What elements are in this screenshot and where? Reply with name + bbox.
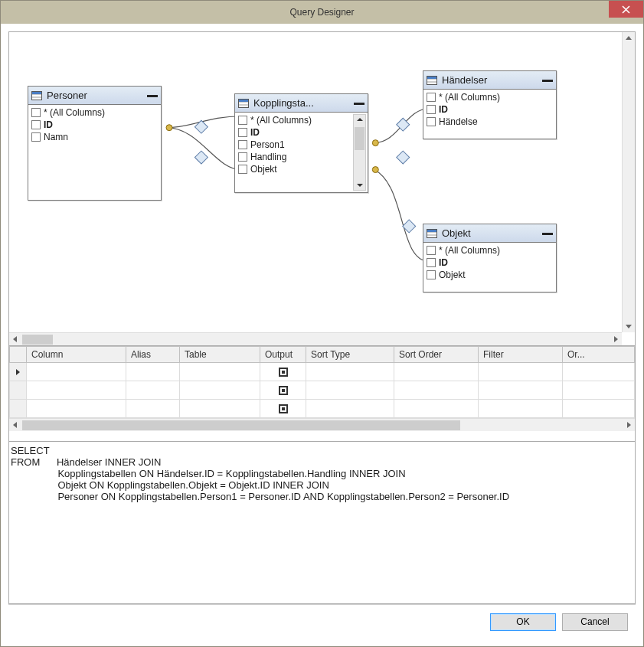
output-checkbox-icon — [279, 404, 288, 413]
column-row[interactable]: Objekt — [237, 163, 352, 175]
table-header-objekt[interactable]: Objekt — [423, 224, 556, 243]
grid-cell-output[interactable] — [260, 400, 306, 418]
table-scrollbar[interactable] — [353, 114, 366, 191]
grid-cell[interactable] — [479, 381, 563, 400]
sql-line: Kopplingstabellen ON Händelser.ID = Kopp… — [11, 468, 406, 479]
column-row[interactable]: ID — [425, 103, 554, 116]
svg-rect-3 — [397, 151, 410, 164]
column-row[interactable]: ID — [425, 257, 554, 269]
diagram-vscrollbar[interactable] — [622, 32, 635, 332]
checkbox-icon[interactable] — [427, 258, 436, 267]
diagram-hscrollbar[interactable] — [9, 332, 622, 345]
grid-cell[interactable] — [27, 381, 126, 400]
grid-header-sort-order[interactable]: Sort Order — [394, 347, 479, 363]
grid-cell[interactable] — [180, 363, 260, 381]
grid-header-column[interactable]: Column — [27, 347, 126, 363]
checkbox-icon[interactable] — [427, 270, 436, 279]
checkbox-icon[interactable] — [427, 93, 436, 102]
grid-cell[interactable] — [306, 381, 394, 400]
diagram-pane[interactable]: Personer * (All Columns) ID Namn Kopplin… — [9, 32, 635, 346]
column-row[interactable]: ID — [237, 126, 352, 139]
table-header-handelser[interactable]: Händelser — [423, 71, 556, 90]
cancel-button[interactable]: Cancel — [562, 613, 628, 631]
grid-cell[interactable] — [126, 400, 180, 418]
column-row[interactable]: * (All Columns) — [237, 114, 352, 126]
close-button[interactable] — [609, 1, 643, 18]
column-row[interactable]: Objekt — [425, 269, 554, 281]
criteria-grid[interactable]: Column Alias Table Output Sort Type Sort… — [9, 346, 635, 418]
column-row[interactable]: Namn — [30, 131, 159, 143]
sql-pane[interactable]: SELECT FROM Händelser INNER JOIN Kopplin… — [9, 442, 635, 603]
svg-point-9 — [372, 167, 378, 173]
checkbox-icon[interactable] — [31, 120, 41, 129]
checkbox-icon[interactable] — [238, 165, 247, 174]
grid-cell[interactable] — [126, 381, 180, 400]
svg-rect-0 — [195, 120, 208, 133]
grid-header-table[interactable]: Table — [180, 347, 260, 363]
grid-cell[interactable] — [394, 381, 479, 400]
table-header-kopplingstabellen[interactable]: Kopplingsta... — [235, 94, 368, 113]
checkbox-icon[interactable] — [427, 246, 436, 255]
grid-cell[interactable] — [563, 381, 635, 400]
column-row[interactable]: ID — [30, 119, 159, 131]
sql-line: Objekt ON Kopplingstabellen.Objekt = Obj… — [11, 479, 329, 491]
grid-cell[interactable] — [394, 400, 479, 418]
grid-cell[interactable] — [563, 363, 635, 381]
output-checkbox-icon — [279, 368, 288, 377]
checkbox-icon[interactable] — [238, 152, 247, 162]
checkbox-icon[interactable] — [238, 140, 247, 149]
checkbox-icon[interactable] — [31, 132, 41, 142]
grid-header-alias[interactable]: Alias — [126, 347, 180, 363]
output-checkbox-icon — [279, 386, 288, 395]
grid-cell[interactable] — [394, 363, 479, 381]
row-header — [10, 400, 27, 418]
grid-cell[interactable] — [479, 400, 563, 418]
minimize-icon[interactable] — [354, 102, 364, 105]
criteria-grid-pane[interactable]: Column Alias Table Output Sort Type Sort… — [9, 346, 635, 442]
checkbox-icon[interactable] — [427, 105, 436, 114]
table-objekt[interactable]: Objekt * (All Columns) ID Objekt — [423, 224, 557, 292]
grid-cell[interactable] — [180, 400, 260, 418]
grid-cell[interactable] — [306, 363, 394, 381]
checkbox-icon[interactable] — [427, 117, 436, 126]
grid-cell[interactable] — [479, 363, 563, 381]
column-row[interactable]: * (All Columns) — [30, 106, 159, 119]
grid-cell[interactable] — [306, 400, 394, 418]
grid-cell[interactable] — [27, 400, 126, 418]
grid-cell[interactable] — [27, 363, 126, 381]
column-row[interactable]: * (All Columns) — [425, 91, 554, 103]
checkbox-icon[interactable] — [238, 116, 247, 125]
minimize-icon[interactable] — [542, 79, 553, 82]
titlebar[interactable]: Query Designer — [1, 1, 643, 24]
table-icon — [238, 99, 249, 108]
minimize-icon[interactable] — [542, 232, 553, 235]
grid-cell[interactable] — [180, 381, 260, 400]
grid-header-output[interactable]: Output — [260, 347, 306, 363]
grid-cell[interactable] — [563, 400, 635, 418]
column-row[interactable]: Handling — [237, 151, 352, 163]
grid-header-or[interactable]: Or... — [563, 347, 635, 363]
table-handelser[interactable]: Händelser * (All Columns) ID Händelse — [423, 70, 557, 139]
table-personer[interactable]: Personer * (All Columns) ID Namn — [28, 86, 162, 201]
grid-cell-output[interactable] — [260, 363, 306, 381]
table-kopplingstabellen[interactable]: Kopplingsta... * (All Columns) ID Person… — [234, 93, 368, 193]
column-row[interactable]: Person1 — [237, 139, 352, 151]
column-row[interactable]: Händelse — [425, 116, 554, 128]
table-icon — [427, 76, 437, 85]
row-header — [10, 381, 27, 400]
column-row[interactable]: * (All Columns) — [425, 244, 554, 257]
grid-cell-output[interactable] — [260, 381, 306, 400]
checkbox-icon[interactable] — [238, 128, 247, 137]
checkbox-icon[interactable] — [31, 108, 41, 117]
table-header-personer[interactable]: Personer — [28, 87, 161, 105]
grid-cell[interactable] — [126, 363, 180, 381]
minimize-icon[interactable] — [147, 94, 158, 97]
grid-hscrollbar[interactable] — [9, 418, 635, 431]
row-header-blank — [10, 347, 27, 363]
grid-header-filter[interactable]: Filter — [479, 347, 563, 363]
table-icon — [31, 91, 42, 100]
svg-rect-1 — [195, 151, 208, 164]
dialog-footer: OK Cancel — [8, 604, 636, 639]
grid-header-sort-type[interactable]: Sort Type — [306, 347, 394, 363]
ok-button[interactable]: OK — [490, 613, 556, 631]
